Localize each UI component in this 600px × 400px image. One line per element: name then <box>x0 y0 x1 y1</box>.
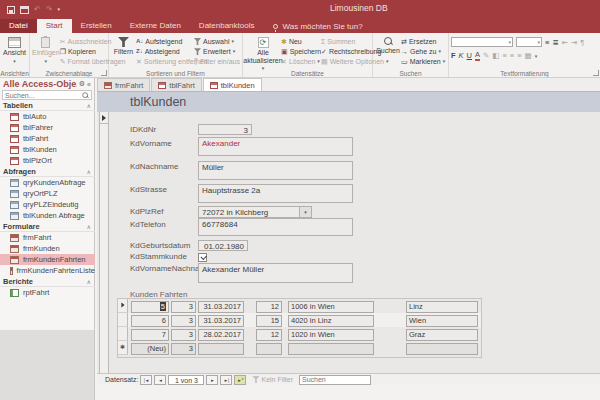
numbering-icon[interactable]: ≣ <box>552 38 558 47</box>
sidebar-item-tblplzort[interactable]: tblPlzOrt <box>0 155 95 166</box>
field-idkdnr[interactable]: 3 <box>198 124 252 135</box>
cell-zeit[interactable]: 15 <box>256 315 282 327</box>
tab-datei[interactable]: Datei <box>0 19 37 33</box>
cell-start[interactable]: 1006 in Wien <box>288 301 374 313</box>
cell-kdref[interactable]: 3 <box>171 329 196 341</box>
qat-customize-icon[interactable]: ▾ <box>57 7 60 12</box>
doc-tab-tblfahrt[interactable]: tblFahrt <box>151 78 201 91</box>
background-color-button[interactable]: ◧ <box>492 51 499 60</box>
previous-record-button[interactable]: ◄ <box>154 375 166 385</box>
bullets-icon[interactable]: ≡ <box>545 38 549 47</box>
sidebar-item-rptfahrt[interactable]: rptFahrt <box>0 287 95 298</box>
gehe-zu-button[interactable]: → Gehe zu ▾ <box>401 47 445 56</box>
sidebar-item-frmfahrt[interactable]: frmFahrt <box>0 232 95 243</box>
filter-status[interactable]: Kein Filter <box>252 376 293 383</box>
redo-icon[interactable]: ↷ <box>46 6 53 14</box>
field-kdgeburtsdatum[interactable]: 01.02.1980 <box>198 240 248 251</box>
italic-button[interactable]: K <box>459 51 464 60</box>
field-kdstammkunde-checkbox[interactable] <box>198 253 207 262</box>
neu-button[interactable]: ✱ Neu <box>281 37 321 46</box>
rechtschreibung-button[interactable]: ✓ Rechtschreibung <box>321 47 371 56</box>
sortierung-entfernen-button[interactable]: ✕ Sortierung entfernen <box>136 57 194 66</box>
tab-datenbanktools[interactable]: Datenbanktools <box>190 19 264 33</box>
collapse-pane-icon[interactable]: « <box>87 81 91 88</box>
record-search-box[interactable] <box>299 375 371 385</box>
cell-kdref[interactable]: 3 <box>171 315 196 327</box>
rtl-icon[interactable]: ¶ <box>580 38 584 47</box>
section-berichte[interactable]: Berichte ∧ <box>0 276 95 287</box>
weitere-optionen-button[interactable]: ▤ Weitere Optionen ▾ <box>321 57 371 66</box>
save-icon[interactable] <box>7 6 15 14</box>
cell-ziel[interactable]: Linz <box>406 301 478 313</box>
cell-id[interactable]: 6 <box>131 315 169 327</box>
cell-start[interactable]: 4020 in Linz <box>288 315 374 327</box>
sidebar-item-tblkunden-abfrage[interactable]: tblKunden Abfrage <box>0 210 95 221</box>
tell-me-box[interactable]: Was möchten Sie tun? <box>263 19 362 33</box>
cell-kdref[interactable]: 3 <box>171 343 196 355</box>
absteigend-button[interactable]: Z↓ Absteigend <box>136 47 194 56</box>
cell-zeit[interactable]: 12 <box>256 329 282 341</box>
cell-kdref[interactable]: 3 <box>171 301 196 313</box>
field-kdplzref-combo[interactable]: 72072 in Kilchberg ▾ <box>198 206 312 218</box>
auswahl-button[interactable]: Auswahl ▾ <box>194 37 240 46</box>
field-kdvorname[interactable]: Akexander <box>198 137 353 156</box>
cell-ziel[interactable]: Graz <box>406 329 478 341</box>
bold-button[interactable]: F <box>451 51 456 60</box>
field-kdtelefon[interactable]: 66778684 <box>198 218 353 236</box>
ansicht-button[interactable]: Ansicht ▾ <box>2 35 27 64</box>
sidebar-item-qrykundenabfrage[interactable]: qryKundenAbfrage <box>0 177 95 188</box>
cell-datum[interactable] <box>198 343 244 355</box>
combo-dropdown-button[interactable]: ▾ <box>299 207 311 217</box>
gridlines-icon[interactable]: ▦ <box>525 51 532 60</box>
align-center-icon[interactable]: ≡ <box>510 51 514 60</box>
sidebar-item-frmkundenfahrten[interactable]: frmKundenFahrten <box>0 254 95 265</box>
cell-zeit[interactable] <box>256 343 282 355</box>
doc-tab-tblkunden[interactable]: tblKunden <box>203 78 262 91</box>
datasheet-view-icon[interactable] <box>20 6 29 14</box>
underline-button[interactable]: U <box>467 51 472 60</box>
decrease-indent-icon[interactable]: ⇤ <box>562 38 568 47</box>
sidebar-item-qryplzeindeutig[interactable]: qryPLZEindeutig <box>0 199 95 210</box>
dialog-launcher-icon[interactable] <box>101 70 107 76</box>
cell-ziel[interactable]: Wien <box>406 315 478 327</box>
cell-id[interactable]: 7 <box>131 329 169 341</box>
aufsteigend-button[interactable]: A↓ Aufsteigend <box>136 37 194 46</box>
font-size-combo[interactable] <box>516 37 542 47</box>
speichern-button[interactable]: ▣ Speichern <box>281 47 321 56</box>
align-right-icon[interactable]: ≡ <box>517 51 521 60</box>
cell-datum[interactable]: 31.03.2017 <box>198 315 244 327</box>
next-record-button[interactable]: ► <box>206 375 218 385</box>
increase-indent-icon[interactable]: ⇥ <box>571 38 577 47</box>
cell-zeit[interactable]: 12 <box>256 301 282 313</box>
nav-search-box[interactable] <box>2 90 92 100</box>
cell-start[interactable]: 1020 in Wien <box>288 329 374 341</box>
nav-pane-title[interactable]: Alle Access-Obje... <box>3 79 77 89</box>
doc-tab-frmfahrt[interactable]: frmFahrt <box>97 78 150 91</box>
gear-icon[interactable]: ⚙ <box>79 80 85 88</box>
alle-aktualisieren-button[interactable]: Alle aktualisieren ▾ <box>245 35 281 71</box>
sidebar-item-tblfahrt[interactable]: tblFahrt <box>0 133 95 144</box>
cell-id[interactable]: (Neu) <box>131 343 169 355</box>
sidebar-item-frmkunden[interactable]: frmKunden <box>0 243 95 254</box>
summen-button[interactable]: Σ Summen <box>321 37 371 46</box>
record-selector-bar[interactable] <box>99 112 109 373</box>
first-record-button[interactable]: |◄ <box>140 375 152 385</box>
einfuegen-button[interactable]: Einfügen ▾ <box>32 35 60 64</box>
field-kdstrasse[interactable]: Hauptstrasse 2a <box>198 184 353 203</box>
align-left-icon[interactable]: ≡ <box>502 51 506 60</box>
cell-datum[interactable]: 28.02.2017 <box>198 329 244 341</box>
field-kdvornamenachname[interactable]: Akexander Müller <box>198 263 353 283</box>
cell-id[interactable]: 5 <box>131 301 169 313</box>
nav-search-input[interactable] <box>3 92 81 99</box>
markieren-button[interactable]: ▭ Markieren ▾ <box>401 57 445 66</box>
sidebar-item-tblkunden[interactable]: tblKunden <box>0 144 95 155</box>
tab-externe-daten[interactable]: Externe Daten <box>121 19 190 33</box>
sidebar-item-frmkundenfahrtenliste[interactable]: frmKundenFahrtenListe <box>0 265 95 276</box>
new-record-button[interactable]: ►* <box>234 375 246 385</box>
loeschen-button[interactable]: ✕ Löschen ▾ <box>281 57 321 66</box>
section-tabellen[interactable]: Tabellen ∧ <box>0 100 95 111</box>
suchen-button[interactable]: Suchen <box>375 35 401 55</box>
ersetzen-button[interactable]: ⇄ Ersetzen <box>401 37 445 46</box>
sidebar-item-tblfahrer[interactable]: tblFahrer <box>0 122 95 133</box>
undo-icon[interactable]: ↶ <box>34 6 41 14</box>
